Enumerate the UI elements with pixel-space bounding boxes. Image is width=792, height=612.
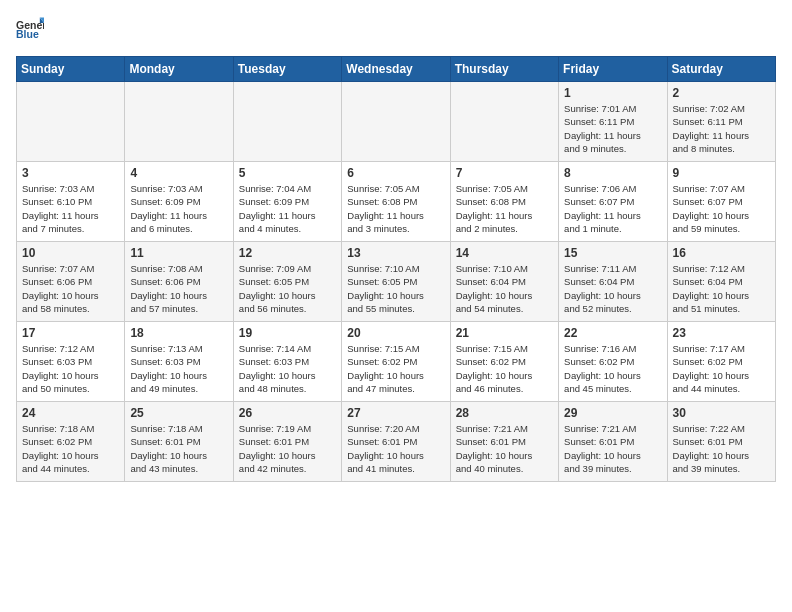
calendar-cell: 14Sunrise: 7:10 AM Sunset: 6:04 PM Dayli… — [450, 242, 558, 322]
calendar-cell: 3Sunrise: 7:03 AM Sunset: 6:10 PM Daylig… — [17, 162, 125, 242]
day-number: 4 — [130, 166, 227, 180]
header-friday: Friday — [559, 57, 667, 82]
day-info: Sunrise: 7:18 AM Sunset: 6:02 PM Dayligh… — [22, 422, 119, 475]
day-number: 2 — [673, 86, 770, 100]
day-info: Sunrise: 7:02 AM Sunset: 6:11 PM Dayligh… — [673, 102, 770, 155]
day-info: Sunrise: 7:03 AM Sunset: 6:10 PM Dayligh… — [22, 182, 119, 235]
day-number: 19 — [239, 326, 336, 340]
header-wednesday: Wednesday — [342, 57, 450, 82]
calendar-cell: 21Sunrise: 7:15 AM Sunset: 6:02 PM Dayli… — [450, 322, 558, 402]
day-info: Sunrise: 7:04 AM Sunset: 6:09 PM Dayligh… — [239, 182, 336, 235]
day-number: 12 — [239, 246, 336, 260]
day-number: 27 — [347, 406, 444, 420]
day-info: Sunrise: 7:10 AM Sunset: 6:05 PM Dayligh… — [347, 262, 444, 315]
day-number: 23 — [673, 326, 770, 340]
calendar-cell: 29Sunrise: 7:21 AM Sunset: 6:01 PM Dayli… — [559, 402, 667, 482]
calendar-cell: 30Sunrise: 7:22 AM Sunset: 6:01 PM Dayli… — [667, 402, 775, 482]
day-info: Sunrise: 7:18 AM Sunset: 6:01 PM Dayligh… — [130, 422, 227, 475]
day-number: 25 — [130, 406, 227, 420]
calendar-cell: 12Sunrise: 7:09 AM Sunset: 6:05 PM Dayli… — [233, 242, 341, 322]
day-number: 26 — [239, 406, 336, 420]
calendar-header-row: SundayMondayTuesdayWednesdayThursdayFrid… — [17, 57, 776, 82]
day-number: 28 — [456, 406, 553, 420]
calendar-cell: 26Sunrise: 7:19 AM Sunset: 6:01 PM Dayli… — [233, 402, 341, 482]
day-info: Sunrise: 7:14 AM Sunset: 6:03 PM Dayligh… — [239, 342, 336, 395]
calendar-cell: 22Sunrise: 7:16 AM Sunset: 6:02 PM Dayli… — [559, 322, 667, 402]
calendar-cell: 10Sunrise: 7:07 AM Sunset: 6:06 PM Dayli… — [17, 242, 125, 322]
calendar-cell: 18Sunrise: 7:13 AM Sunset: 6:03 PM Dayli… — [125, 322, 233, 402]
calendar-cell: 23Sunrise: 7:17 AM Sunset: 6:02 PM Dayli… — [667, 322, 775, 402]
logo: General Blue — [16, 16, 44, 44]
day-info: Sunrise: 7:13 AM Sunset: 6:03 PM Dayligh… — [130, 342, 227, 395]
calendar-cell: 25Sunrise: 7:18 AM Sunset: 6:01 PM Dayli… — [125, 402, 233, 482]
day-number: 20 — [347, 326, 444, 340]
day-number: 10 — [22, 246, 119, 260]
day-info: Sunrise: 7:01 AM Sunset: 6:11 PM Dayligh… — [564, 102, 661, 155]
calendar-week-2: 3Sunrise: 7:03 AM Sunset: 6:10 PM Daylig… — [17, 162, 776, 242]
calendar-cell — [17, 82, 125, 162]
day-number: 13 — [347, 246, 444, 260]
calendar-cell: 8Sunrise: 7:06 AM Sunset: 6:07 PM Daylig… — [559, 162, 667, 242]
calendar-cell: 5Sunrise: 7:04 AM Sunset: 6:09 PM Daylig… — [233, 162, 341, 242]
day-number: 3 — [22, 166, 119, 180]
calendar-cell — [342, 82, 450, 162]
calendar-cell: 2Sunrise: 7:02 AM Sunset: 6:11 PM Daylig… — [667, 82, 775, 162]
day-number: 6 — [347, 166, 444, 180]
day-number: 21 — [456, 326, 553, 340]
calendar-cell: 4Sunrise: 7:03 AM Sunset: 6:09 PM Daylig… — [125, 162, 233, 242]
calendar-cell: 27Sunrise: 7:20 AM Sunset: 6:01 PM Dayli… — [342, 402, 450, 482]
header-monday: Monday — [125, 57, 233, 82]
day-number: 7 — [456, 166, 553, 180]
day-number: 29 — [564, 406, 661, 420]
calendar-cell — [233, 82, 341, 162]
day-number: 22 — [564, 326, 661, 340]
day-number: 24 — [22, 406, 119, 420]
calendar-cell: 24Sunrise: 7:18 AM Sunset: 6:02 PM Dayli… — [17, 402, 125, 482]
svg-text:Blue: Blue — [16, 28, 39, 40]
calendar-cell — [450, 82, 558, 162]
day-info: Sunrise: 7:09 AM Sunset: 6:05 PM Dayligh… — [239, 262, 336, 315]
calendar-cell: 20Sunrise: 7:15 AM Sunset: 6:02 PM Dayli… — [342, 322, 450, 402]
day-info: Sunrise: 7:15 AM Sunset: 6:02 PM Dayligh… — [347, 342, 444, 395]
day-info: Sunrise: 7:05 AM Sunset: 6:08 PM Dayligh… — [347, 182, 444, 235]
day-number: 5 — [239, 166, 336, 180]
header-saturday: Saturday — [667, 57, 775, 82]
calendar-cell: 17Sunrise: 7:12 AM Sunset: 6:03 PM Dayli… — [17, 322, 125, 402]
day-info: Sunrise: 7:05 AM Sunset: 6:08 PM Dayligh… — [456, 182, 553, 235]
day-number: 11 — [130, 246, 227, 260]
calendar-cell: 7Sunrise: 7:05 AM Sunset: 6:08 PM Daylig… — [450, 162, 558, 242]
logo-icon: General Blue — [16, 16, 44, 44]
day-info: Sunrise: 7:21 AM Sunset: 6:01 PM Dayligh… — [456, 422, 553, 475]
calendar-cell: 11Sunrise: 7:08 AM Sunset: 6:06 PM Dayli… — [125, 242, 233, 322]
calendar-cell: 15Sunrise: 7:11 AM Sunset: 6:04 PM Dayli… — [559, 242, 667, 322]
day-number: 30 — [673, 406, 770, 420]
day-number: 8 — [564, 166, 661, 180]
day-info: Sunrise: 7:07 AM Sunset: 6:07 PM Dayligh… — [673, 182, 770, 235]
day-info: Sunrise: 7:21 AM Sunset: 6:01 PM Dayligh… — [564, 422, 661, 475]
calendar-cell — [125, 82, 233, 162]
day-info: Sunrise: 7:17 AM Sunset: 6:02 PM Dayligh… — [673, 342, 770, 395]
header-sunday: Sunday — [17, 57, 125, 82]
calendar-week-3: 10Sunrise: 7:07 AM Sunset: 6:06 PM Dayli… — [17, 242, 776, 322]
day-number: 1 — [564, 86, 661, 100]
day-number: 15 — [564, 246, 661, 260]
calendar-cell: 1Sunrise: 7:01 AM Sunset: 6:11 PM Daylig… — [559, 82, 667, 162]
calendar-week-1: 1Sunrise: 7:01 AM Sunset: 6:11 PM Daylig… — [17, 82, 776, 162]
calendar-week-4: 17Sunrise: 7:12 AM Sunset: 6:03 PM Dayli… — [17, 322, 776, 402]
calendar-cell: 6Sunrise: 7:05 AM Sunset: 6:08 PM Daylig… — [342, 162, 450, 242]
calendar-table: SundayMondayTuesdayWednesdayThursdayFrid… — [16, 56, 776, 482]
day-number: 9 — [673, 166, 770, 180]
calendar-week-5: 24Sunrise: 7:18 AM Sunset: 6:02 PM Dayli… — [17, 402, 776, 482]
day-info: Sunrise: 7:15 AM Sunset: 6:02 PM Dayligh… — [456, 342, 553, 395]
calendar-cell: 19Sunrise: 7:14 AM Sunset: 6:03 PM Dayli… — [233, 322, 341, 402]
day-number: 17 — [22, 326, 119, 340]
page-header: General Blue — [16, 16, 776, 44]
day-info: Sunrise: 7:19 AM Sunset: 6:01 PM Dayligh… — [239, 422, 336, 475]
calendar-cell: 9Sunrise: 7:07 AM Sunset: 6:07 PM Daylig… — [667, 162, 775, 242]
day-info: Sunrise: 7:08 AM Sunset: 6:06 PM Dayligh… — [130, 262, 227, 315]
day-info: Sunrise: 7:10 AM Sunset: 6:04 PM Dayligh… — [456, 262, 553, 315]
calendar-cell: 13Sunrise: 7:10 AM Sunset: 6:05 PM Dayli… — [342, 242, 450, 322]
day-info: Sunrise: 7:11 AM Sunset: 6:04 PM Dayligh… — [564, 262, 661, 315]
day-number: 18 — [130, 326, 227, 340]
day-info: Sunrise: 7:03 AM Sunset: 6:09 PM Dayligh… — [130, 182, 227, 235]
